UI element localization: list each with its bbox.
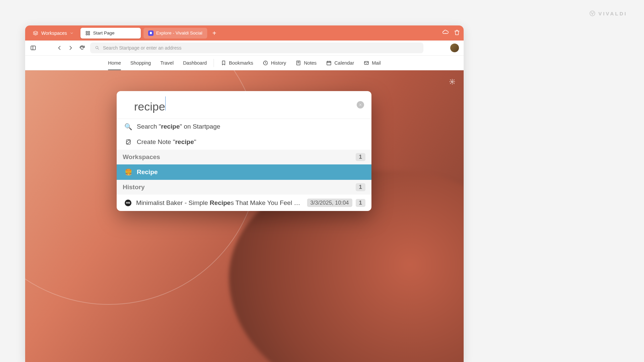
nav-calendar[interactable]: Calendar: [321, 56, 359, 70]
toolbar: Search Startpage or enter an address: [25, 41, 464, 56]
count-badge: 1: [356, 183, 365, 191]
notes-icon: [295, 60, 301, 66]
history-result[interactable]: MB Minimalist Baker - Simple Recipes Tha…: [117, 195, 371, 211]
count-badge: 1: [356, 199, 365, 207]
svg-rect-2: [88, 31, 90, 32]
nav-shopping[interactable]: Shopping: [126, 56, 156, 70]
section-header-history: History 1: [117, 180, 371, 195]
nav-travel[interactable]: Travel: [156, 56, 178, 70]
suggestion-text: Create Note "recipe": [137, 138, 196, 146]
svg-point-0: [590, 11, 595, 16]
workspaces-button[interactable]: Workspaces: [28, 28, 78, 38]
new-tab-button[interactable]: +: [210, 28, 219, 38]
svg-rect-16: [327, 61, 331, 65]
nav-separator: [214, 59, 214, 67]
mail-icon: [363, 60, 369, 66]
nav-strip: Home Shopping Travel Dashboard Bookmarks…: [25, 56, 464, 70]
suggestion-text: Search "recipe" on Startpage: [137, 123, 220, 130]
bookmark-icon: [221, 60, 227, 66]
nav-history[interactable]: History: [258, 56, 291, 70]
favicon-icon: MB: [125, 200, 131, 206]
svg-point-6: [446, 33, 446, 33]
quick-command-panel: recipe 🔍 Search "recipe" on Startpage Cr…: [117, 91, 371, 211]
nav-bookmarks[interactable]: Bookmarks: [216, 56, 258, 70]
settings-button[interactable]: [449, 78, 456, 86]
history-title: Minimalist Baker - Simple Recipes That M…: [136, 199, 302, 207]
tab-label: Start Page: [93, 30, 115, 35]
svg-rect-4: [88, 33, 90, 35]
panel-toggle-icon[interactable]: [30, 45, 37, 51]
result-label: Recipe: [137, 168, 158, 176]
search-suggestion[interactable]: 🔍 Search "recipe" on Startpage: [117, 119, 371, 134]
svg-rect-1: [86, 31, 87, 32]
address-placeholder: Search Startpage or enter an address: [103, 45, 181, 51]
workspaces-label: Workspaces: [41, 30, 67, 36]
workspace-result-recipe[interactable]: 🍔 Recipe: [117, 164, 371, 180]
nav-notes[interactable]: Notes: [291, 56, 321, 70]
history-date: 3/3/2025, 10:04: [307, 199, 352, 207]
nav-dashboard[interactable]: Dashboard: [178, 56, 212, 70]
mastodon-icon: [148, 30, 154, 36]
search-icon: 🔍: [125, 123, 132, 130]
nav-mail[interactable]: Mail: [359, 56, 386, 70]
create-note-suggestion[interactable]: Create Note "recipe": [117, 134, 371, 150]
chevron-down-icon: [70, 31, 74, 35]
tab-bar: Workspaces Start Page Explore - Vivaldi …: [25, 25, 464, 41]
forward-button[interactable]: [67, 45, 74, 51]
clear-button[interactable]: [357, 101, 364, 108]
trash-icon[interactable]: [454, 29, 460, 37]
svg-point-7: [446, 33, 446, 33]
brand-text: VIVALDI: [598, 11, 627, 16]
text-cursor: [165, 96, 166, 111]
note-icon: [125, 138, 132, 146]
reload-button[interactable]: [79, 45, 85, 51]
count-badge: 1: [356, 153, 365, 161]
profile-avatar[interactable]: [450, 44, 459, 52]
svg-rect-3: [86, 33, 87, 35]
grid-icon: [85, 30, 91, 36]
section-header-workspaces: Workspaces 1: [117, 150, 371, 164]
vivaldi-logo: VIVALDI: [589, 10, 627, 17]
sync-cloud-icon[interactable]: [442, 29, 449, 37]
tab-explore-vivaldi-social[interactable]: Explore - Vivaldi Social: [143, 28, 207, 39]
svg-point-5: [445, 33, 445, 33]
svg-point-21: [452, 81, 453, 83]
nav-home[interactable]: Home: [103, 56, 126, 70]
back-button[interactable]: [56, 45, 63, 51]
browser-window: Workspaces Start Page Explore - Vivaldi …: [25, 25, 464, 362]
search-icon: [95, 46, 100, 50]
burger-icon: 🍔: [125, 168, 132, 176]
address-bar[interactable]: Search Startpage or enter an address: [90, 43, 423, 53]
svg-line-11: [98, 48, 99, 49]
calendar-icon: [326, 60, 332, 66]
tab-start-page[interactable]: Start Page: [80, 28, 141, 39]
tab-label: Explore - Vivaldi Social: [156, 30, 202, 35]
start-page-content: recipe 🔍 Search "recipe" on Startpage Cr…: [25, 70, 464, 362]
svg-rect-8: [31, 46, 35, 50]
history-icon: [262, 60, 269, 66]
search-input[interactable]: recipe: [134, 96, 357, 113]
